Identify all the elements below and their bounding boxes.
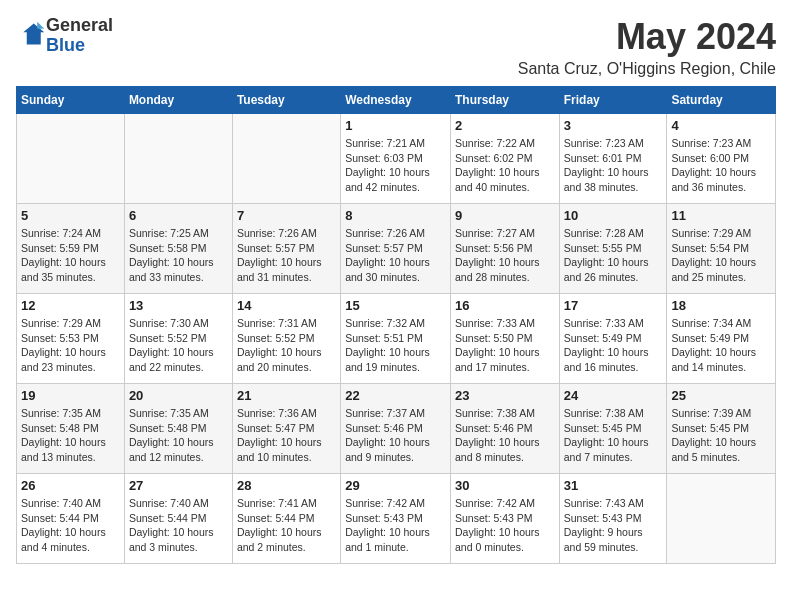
calendar-cell: 14Sunrise: 7:31 AM Sunset: 5:52 PM Dayli… [232, 294, 340, 384]
calendar-cell: 10Sunrise: 7:28 AM Sunset: 5:55 PM Dayli… [559, 204, 667, 294]
calendar-cell: 7Sunrise: 7:26 AM Sunset: 5:57 PM Daylig… [232, 204, 340, 294]
calendar-cell: 19Sunrise: 7:35 AM Sunset: 5:48 PM Dayli… [17, 384, 125, 474]
calendar-cell: 4Sunrise: 7:23 AM Sunset: 6:00 PM Daylig… [667, 114, 776, 204]
svg-marker-1 [37, 22, 44, 29]
day-number: 24 [564, 388, 663, 403]
calendar-cell: 17Sunrise: 7:33 AM Sunset: 5:49 PM Dayli… [559, 294, 667, 384]
day-info: Sunrise: 7:25 AM Sunset: 5:58 PM Dayligh… [129, 226, 228, 285]
day-info: Sunrise: 7:26 AM Sunset: 5:57 PM Dayligh… [237, 226, 336, 285]
day-number: 5 [21, 208, 120, 223]
day-number: 19 [21, 388, 120, 403]
header-cell-sunday: Sunday [17, 87, 125, 114]
calendar-cell: 29Sunrise: 7:42 AM Sunset: 5:43 PM Dayli… [341, 474, 451, 564]
calendar-cell: 5Sunrise: 7:24 AM Sunset: 5:59 PM Daylig… [17, 204, 125, 294]
calendar-cell: 18Sunrise: 7:34 AM Sunset: 5:49 PM Dayli… [667, 294, 776, 384]
logo: General Blue [16, 16, 113, 56]
day-info: Sunrise: 7:23 AM Sunset: 6:01 PM Dayligh… [564, 136, 663, 195]
day-number: 7 [237, 208, 336, 223]
calendar-cell: 30Sunrise: 7:42 AM Sunset: 5:43 PM Dayli… [450, 474, 559, 564]
calendar-cell: 21Sunrise: 7:36 AM Sunset: 5:47 PM Dayli… [232, 384, 340, 474]
day-info: Sunrise: 7:42 AM Sunset: 5:43 PM Dayligh… [345, 496, 446, 555]
calendar-cell [667, 474, 776, 564]
calendar-cell: 26Sunrise: 7:40 AM Sunset: 5:44 PM Dayli… [17, 474, 125, 564]
calendar-cell: 11Sunrise: 7:29 AM Sunset: 5:54 PM Dayli… [667, 204, 776, 294]
calendar-cell: 3Sunrise: 7:23 AM Sunset: 6:01 PM Daylig… [559, 114, 667, 204]
day-info: Sunrise: 7:39 AM Sunset: 5:45 PM Dayligh… [671, 406, 771, 465]
calendar-cell: 23Sunrise: 7:38 AM Sunset: 5:46 PM Dayli… [450, 384, 559, 474]
day-number: 26 [21, 478, 120, 493]
calendar-cell [232, 114, 340, 204]
day-info: Sunrise: 7:22 AM Sunset: 6:02 PM Dayligh… [455, 136, 555, 195]
day-number: 20 [129, 388, 228, 403]
day-info: Sunrise: 7:31 AM Sunset: 5:52 PM Dayligh… [237, 316, 336, 375]
day-number: 15 [345, 298, 446, 313]
calendar-cell: 1Sunrise: 7:21 AM Sunset: 6:03 PM Daylig… [341, 114, 451, 204]
day-number: 3 [564, 118, 663, 133]
calendar-cell: 25Sunrise: 7:39 AM Sunset: 5:45 PM Dayli… [667, 384, 776, 474]
day-number: 8 [345, 208, 446, 223]
calendar-cell: 24Sunrise: 7:38 AM Sunset: 5:45 PM Dayli… [559, 384, 667, 474]
calendar-week-4: 19Sunrise: 7:35 AM Sunset: 5:48 PM Dayli… [17, 384, 776, 474]
calendar-cell: 6Sunrise: 7:25 AM Sunset: 5:58 PM Daylig… [124, 204, 232, 294]
logo-text: General Blue [46, 16, 113, 56]
header-cell-tuesday: Tuesday [232, 87, 340, 114]
day-number: 30 [455, 478, 555, 493]
calendar-cell: 15Sunrise: 7:32 AM Sunset: 5:51 PM Dayli… [341, 294, 451, 384]
day-info: Sunrise: 7:33 AM Sunset: 5:49 PM Dayligh… [564, 316, 663, 375]
day-info: Sunrise: 7:33 AM Sunset: 5:50 PM Dayligh… [455, 316, 555, 375]
day-number: 16 [455, 298, 555, 313]
month-title: May 2024 [518, 16, 776, 58]
calendar-cell: 27Sunrise: 7:40 AM Sunset: 5:44 PM Dayli… [124, 474, 232, 564]
day-info: Sunrise: 7:21 AM Sunset: 6:03 PM Dayligh… [345, 136, 446, 195]
day-info: Sunrise: 7:23 AM Sunset: 6:00 PM Dayligh… [671, 136, 771, 195]
day-info: Sunrise: 7:43 AM Sunset: 5:43 PM Dayligh… [564, 496, 663, 555]
day-number: 2 [455, 118, 555, 133]
day-number: 14 [237, 298, 336, 313]
header-cell-saturday: Saturday [667, 87, 776, 114]
day-number: 31 [564, 478, 663, 493]
day-info: Sunrise: 7:36 AM Sunset: 5:47 PM Dayligh… [237, 406, 336, 465]
calendar-cell: 9Sunrise: 7:27 AM Sunset: 5:56 PM Daylig… [450, 204, 559, 294]
header-row: SundayMondayTuesdayWednesdayThursdayFrid… [17, 87, 776, 114]
day-info: Sunrise: 7:41 AM Sunset: 5:44 PM Dayligh… [237, 496, 336, 555]
day-number: 29 [345, 478, 446, 493]
day-number: 23 [455, 388, 555, 403]
calendar-body: 1Sunrise: 7:21 AM Sunset: 6:03 PM Daylig… [17, 114, 776, 564]
header-cell-monday: Monday [124, 87, 232, 114]
day-info: Sunrise: 7:37 AM Sunset: 5:46 PM Dayligh… [345, 406, 446, 465]
calendar-cell: 8Sunrise: 7:26 AM Sunset: 5:57 PM Daylig… [341, 204, 451, 294]
day-info: Sunrise: 7:42 AM Sunset: 5:43 PM Dayligh… [455, 496, 555, 555]
day-info: Sunrise: 7:30 AM Sunset: 5:52 PM Dayligh… [129, 316, 228, 375]
day-info: Sunrise: 7:27 AM Sunset: 5:56 PM Dayligh… [455, 226, 555, 285]
day-info: Sunrise: 7:28 AM Sunset: 5:55 PM Dayligh… [564, 226, 663, 285]
day-info: Sunrise: 7:24 AM Sunset: 5:59 PM Dayligh… [21, 226, 120, 285]
day-number: 21 [237, 388, 336, 403]
day-info: Sunrise: 7:26 AM Sunset: 5:57 PM Dayligh… [345, 226, 446, 285]
day-number: 4 [671, 118, 771, 133]
calendar-week-1: 1Sunrise: 7:21 AM Sunset: 6:03 PM Daylig… [17, 114, 776, 204]
day-info: Sunrise: 7:40 AM Sunset: 5:44 PM Dayligh… [129, 496, 228, 555]
calendar-cell: 31Sunrise: 7:43 AM Sunset: 5:43 PM Dayli… [559, 474, 667, 564]
day-info: Sunrise: 7:29 AM Sunset: 5:54 PM Dayligh… [671, 226, 771, 285]
header-cell-thursday: Thursday [450, 87, 559, 114]
calendar-header: SundayMondayTuesdayWednesdayThursdayFrid… [17, 87, 776, 114]
day-number: 18 [671, 298, 771, 313]
day-number: 28 [237, 478, 336, 493]
calendar-cell: 2Sunrise: 7:22 AM Sunset: 6:02 PM Daylig… [450, 114, 559, 204]
day-info: Sunrise: 7:40 AM Sunset: 5:44 PM Dayligh… [21, 496, 120, 555]
day-info: Sunrise: 7:34 AM Sunset: 5:49 PM Dayligh… [671, 316, 771, 375]
calendar-cell [17, 114, 125, 204]
day-number: 12 [21, 298, 120, 313]
day-info: Sunrise: 7:29 AM Sunset: 5:53 PM Dayligh… [21, 316, 120, 375]
day-number: 22 [345, 388, 446, 403]
day-info: Sunrise: 7:32 AM Sunset: 5:51 PM Dayligh… [345, 316, 446, 375]
calendar-cell: 12Sunrise: 7:29 AM Sunset: 5:53 PM Dayli… [17, 294, 125, 384]
calendar-week-3: 12Sunrise: 7:29 AM Sunset: 5:53 PM Dayli… [17, 294, 776, 384]
calendar-cell: 13Sunrise: 7:30 AM Sunset: 5:52 PM Dayli… [124, 294, 232, 384]
day-number: 10 [564, 208, 663, 223]
calendar-table: SundayMondayTuesdayWednesdayThursdayFrid… [16, 86, 776, 564]
day-info: Sunrise: 7:35 AM Sunset: 5:48 PM Dayligh… [21, 406, 120, 465]
day-number: 1 [345, 118, 446, 133]
calendar-cell: 22Sunrise: 7:37 AM Sunset: 5:46 PM Dayli… [341, 384, 451, 474]
calendar-cell: 20Sunrise: 7:35 AM Sunset: 5:48 PM Dayli… [124, 384, 232, 474]
